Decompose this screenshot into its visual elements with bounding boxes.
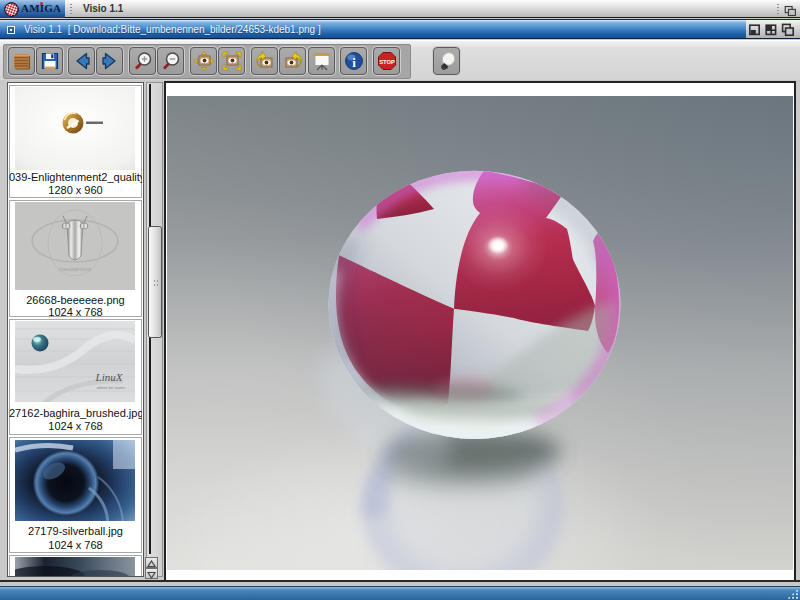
svg-text:mecwarriors: mecwarriors	[59, 266, 92, 272]
svg-text:LinuX: LinuX	[95, 371, 124, 383]
svg-text:STOP: STOP	[379, 58, 395, 64]
svg-text:where be roams: where be roams	[97, 385, 126, 390]
svg-text:i: i	[352, 54, 356, 69]
